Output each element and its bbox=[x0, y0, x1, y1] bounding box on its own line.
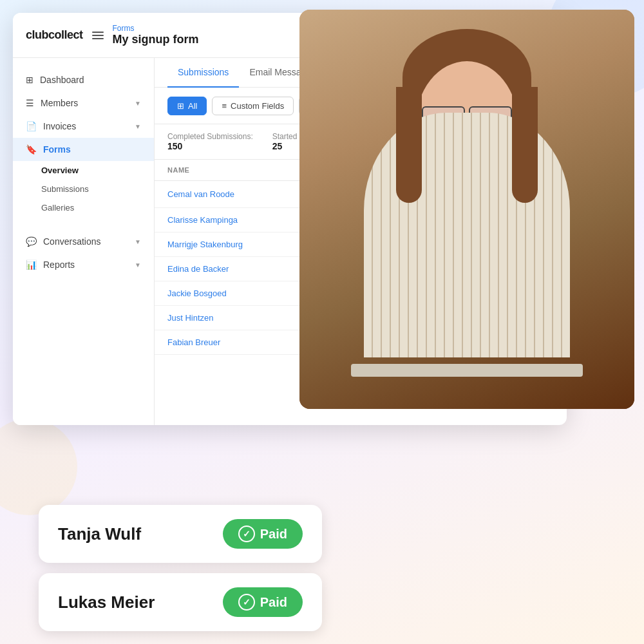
row-name-link[interactable]: Jackie Bosgoed bbox=[167, 289, 227, 298]
payment-card-1: Tanja Wulf ✓ Paid bbox=[39, 505, 322, 563]
check-circle-icon-2: ✓ bbox=[238, 594, 255, 611]
chevron-down-icon: ▼ bbox=[135, 100, 141, 107]
breadcrumb[interactable]: Forms bbox=[113, 24, 199, 33]
conversations-icon: 💬 bbox=[26, 236, 37, 247]
reports-icon: 📊 bbox=[26, 260, 37, 270]
sidebar-item-label: Reports bbox=[43, 260, 75, 270]
hair-right bbox=[512, 87, 538, 203]
sub-nav-submissions[interactable]: Submissions bbox=[41, 180, 154, 198]
stat-completed-value: 150 bbox=[167, 141, 253, 151]
chevron-down-icon: ▼ bbox=[135, 238, 141, 245]
filter-all-button[interactable]: ⊞ All bbox=[167, 97, 207, 115]
row-name-link[interactable]: Cemal van Roode bbox=[167, 189, 234, 199]
sub-nav-galleries[interactable]: Galleries bbox=[41, 198, 154, 217]
sidebar-item-invoices[interactable]: 📄 Invoices ▼ bbox=[13, 115, 154, 138]
list-icon: ≡ bbox=[222, 101, 227, 111]
page-title: My signup form bbox=[113, 33, 199, 46]
sidebar-item-label: Conversations bbox=[43, 236, 101, 247]
body-shirt bbox=[364, 113, 570, 357]
dashboard-icon: ⊞ bbox=[26, 75, 33, 85]
stat-completed: Completed Submissions: 150 bbox=[167, 132, 253, 151]
row-name-link[interactable]: Edina de Backer bbox=[167, 264, 229, 274]
breadcrumb-section: Forms My signup form bbox=[113, 24, 199, 46]
members-icon: ☰ bbox=[26, 98, 34, 108]
grid-icon: ⊞ bbox=[177, 101, 184, 111]
row-name-link[interactable]: Fabian Breuer bbox=[167, 337, 220, 347]
check-circle-icon-1: ✓ bbox=[238, 526, 255, 542]
tab-submissions[interactable]: Submissions bbox=[167, 58, 239, 88]
hair-left bbox=[396, 87, 422, 203]
chevron-down-icon: ▼ bbox=[135, 261, 141, 269]
invoices-icon: 📄 bbox=[26, 121, 37, 131]
header-left: clubcollect Forms My signup form bbox=[26, 24, 199, 46]
sidebar-item-conversations[interactable]: 💬 Conversations ▼ bbox=[13, 230, 154, 253]
laptop-base bbox=[351, 364, 583, 377]
payment-card-2: Lukas Meier ✓ Paid bbox=[39, 573, 322, 631]
person-photo bbox=[299, 10, 634, 409]
sidebar-item-forms[interactable]: 🔖 Forms bbox=[13, 138, 154, 161]
paid-pill-2: ✓ Paid bbox=[223, 587, 303, 617]
hamburger-menu[interactable] bbox=[92, 32, 104, 39]
stat-completed-label: Completed Submissions: bbox=[167, 132, 253, 141]
sidebar: ⊞ Dashboard ☰ Members ▼ 📄 Invoices ▼ bbox=[13, 58, 155, 425]
logo: clubcollect bbox=[26, 28, 83, 42]
sidebar-item-label: Members bbox=[41, 98, 78, 108]
sidebar-item-label: Dashboard bbox=[40, 75, 84, 85]
sidebar-item-label: Forms bbox=[43, 144, 71, 155]
chevron-down-icon: ▼ bbox=[135, 123, 141, 130]
sidebar-item-dashboard[interactable]: ⊞ Dashboard bbox=[13, 68, 154, 91]
paid-label-1: Paid bbox=[260, 527, 287, 542]
payment-name-2: Lukas Meier bbox=[58, 592, 155, 612]
row-name-link[interactable]: Just Hintzen bbox=[167, 313, 214, 323]
paid-pill-1: ✓ Paid bbox=[223, 519, 303, 549]
filter-custom-fields-button[interactable]: ≡ Custom Fields bbox=[212, 97, 294, 115]
paid-label-2: Paid bbox=[260, 595, 287, 610]
sidebar-item-members[interactable]: ☰ Members ▼ bbox=[13, 91, 154, 115]
row-name-link[interactable]: Clarisse Kampinga bbox=[167, 215, 238, 225]
sidebar-item-reports[interactable]: 📊 Reports ▼ bbox=[13, 253, 154, 276]
payment-cards-container: Tanja Wulf ✓ Paid Lukas Meier ✓ Paid bbox=[39, 505, 322, 631]
forms-icon: 🔖 bbox=[26, 144, 37, 155]
sidebar-item-label: Invoices bbox=[43, 121, 76, 131]
sub-nav-overview[interactable]: Overview bbox=[41, 161, 154, 180]
row-name-link[interactable]: Marrigje Stakenburg bbox=[167, 240, 243, 249]
forms-sub-nav: Overview Submissions Galleries bbox=[13, 161, 154, 217]
payment-name-1: Tanja Wulf bbox=[58, 524, 141, 544]
bg-blob-2 bbox=[0, 419, 77, 515]
